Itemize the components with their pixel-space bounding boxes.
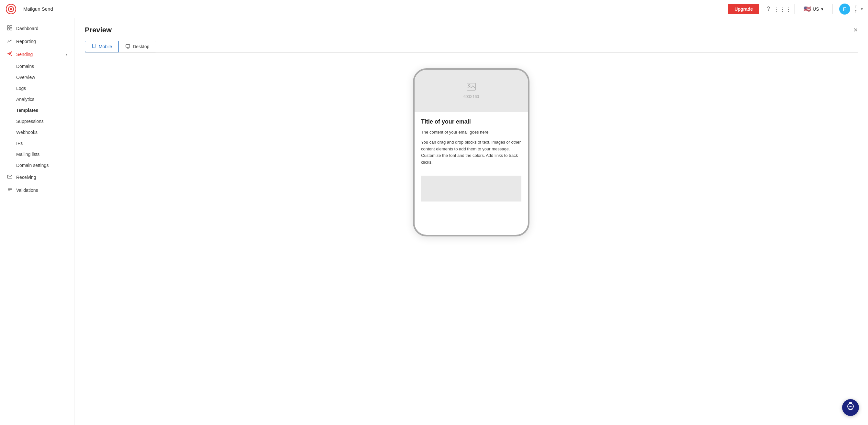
validations-icon [6, 187, 13, 193]
svg-point-13 [94, 47, 94, 47]
chatbot-fab-button[interactable] [842, 399, 859, 416]
desktop-tab-label: Desktop [133, 44, 149, 49]
ips-label: IPs [16, 141, 23, 146]
divider [794, 4, 795, 14]
sidebar-subitem-mailing-lists[interactable]: Mailing lists [0, 149, 74, 160]
svg-rect-3 [7, 26, 9, 28]
svg-point-20 [849, 406, 850, 407]
locale-caret-icon: ▾ [821, 6, 823, 12]
chatbot-icon [846, 402, 855, 413]
svg-point-21 [850, 406, 851, 407]
flag-icon: 🇺🇸 [804, 5, 811, 12]
user-subtitle: f [856, 9, 856, 13]
dashboard-label: Dashboard [16, 26, 68, 31]
phone-email-text-1: The content of your email goes here. [421, 129, 521, 136]
grid-icon: ⋮⋮⋮ [774, 5, 791, 12]
preview-panel: Preview × Mobile [74, 18, 868, 244]
sidebar-subitem-templates[interactable]: Templates [0, 105, 74, 116]
sidebar-subitem-overview[interactable]: Overview [0, 72, 74, 83]
templates-label: Templates [16, 108, 38, 113]
preview-header: Preview × [85, 26, 858, 34]
svg-rect-4 [10, 26, 12, 28]
receiving-icon [6, 174, 13, 181]
locale-label: US [813, 6, 819, 12]
svg-rect-17 [467, 83, 475, 90]
preview-title: Preview [85, 26, 112, 34]
main-content: Preview × Mobile [74, 18, 868, 425]
domains-label: Domains [16, 64, 34, 69]
svg-point-22 [851, 406, 852, 407]
app-name: Mailgun Send [23, 6, 724, 12]
user-name: f [856, 4, 856, 9]
layout: Dashboard Reporting Sending ▾ Domains [0, 18, 868, 425]
reporting-label: Reporting [16, 39, 68, 44]
image-placeholder-icon [467, 83, 476, 93]
mobile-tab-icon [92, 44, 96, 49]
svg-rect-14 [126, 45, 130, 47]
app-logo [5, 3, 17, 15]
tab-desktop[interactable]: Desktop [119, 41, 156, 53]
help-icon: ? [767, 5, 770, 12]
dashboard-icon [6, 25, 13, 32]
desktop-tab-icon [126, 44, 130, 50]
suppressions-label: Suppressions [16, 119, 44, 124]
svg-point-18 [469, 85, 470, 86]
logs-label: Logs [16, 86, 26, 91]
upgrade-button[interactable]: Upgrade [728, 4, 759, 14]
sidebar-subitem-analytics[interactable]: Analytics [0, 94, 74, 105]
sidebar-item-sending[interactable]: Sending ▾ [0, 48, 74, 61]
sending-label: Sending [16, 52, 62, 57]
apps-grid-button[interactable]: ⋮⋮⋮ [777, 4, 788, 14]
analytics-label: Analytics [16, 97, 34, 102]
sidebar-subitem-ips[interactable]: IPs [0, 138, 74, 149]
phone-inner: 600X160 Title of your email The content … [414, 70, 528, 225]
phone-image-placeholder: 600X160 [414, 70, 528, 112]
sidebar: Dashboard Reporting Sending ▾ Domains [0, 18, 74, 425]
phone-mockup-wrapper: 600X160 Title of your email The content … [85, 62, 858, 236]
user-avatar[interactable]: F [839, 4, 850, 14]
phone-email-title: Title of your email [421, 119, 521, 125]
webhooks-label: Webhooks [16, 130, 37, 135]
sidebar-subitem-webhooks[interactable]: Webhooks [0, 127, 74, 138]
image-placeholder-text: 600X160 [463, 94, 479, 99]
sidebar-item-dashboard[interactable]: Dashboard [0, 22, 74, 35]
svg-point-25 [851, 402, 852, 403]
topnav: Mailgun Send Upgrade ? ⋮⋮⋮ 🇺🇸 US ▾ F f f… [0, 0, 868, 18]
svg-point-24 [849, 402, 850, 403]
sidebar-subitem-domain-settings[interactable]: Domain settings [0, 160, 74, 171]
sidebar-item-validations[interactable]: Validations [0, 184, 74, 197]
preview-tabs: Mobile Desktop [85, 41, 858, 53]
domain-settings-label: Domain settings [16, 163, 49, 168]
mobile-tab-label: Mobile [99, 44, 112, 49]
sending-caret-icon: ▾ [66, 53, 68, 57]
phone-bottom-image-placeholder [421, 176, 521, 201]
user-info[interactable]: f f [856, 4, 856, 13]
sidebar-subitem-logs[interactable]: Logs [0, 83, 74, 94]
phone-email-text-2: You can drag and drop blocks of text, im… [421, 139, 521, 166]
divider-2 [832, 4, 833, 14]
sidebar-subitem-domains[interactable]: Domains [0, 61, 74, 72]
phone-body: Title of your email The content of your … [414, 112, 528, 176]
receiving-label: Receiving [16, 175, 68, 180]
svg-rect-5 [7, 28, 9, 30]
reporting-icon [6, 38, 13, 45]
sidebar-item-reporting[interactable]: Reporting [0, 35, 74, 48]
locale-selector[interactable]: 🇺🇸 US ▾ [801, 4, 826, 14]
user-dropdown-caret[interactable]: ▾ [861, 7, 863, 11]
overview-label: Overview [16, 75, 35, 80]
sidebar-item-receiving[interactable]: Receiving [0, 171, 74, 184]
phone-mockup: 600X160 Title of your email The content … [413, 68, 529, 236]
tab-mobile[interactable]: Mobile [85, 41, 119, 53]
preview-close-button[interactable]: × [854, 27, 858, 34]
sending-icon [6, 51, 13, 58]
svg-rect-6 [10, 28, 12, 30]
mailing-lists-label: Mailing lists [16, 152, 39, 157]
svg-point-2 [10, 8, 12, 10]
help-icon-button[interactable]: ? [763, 4, 774, 14]
validations-label: Validations [16, 188, 68, 193]
sidebar-subitem-suppressions[interactable]: Suppressions [0, 116, 74, 127]
